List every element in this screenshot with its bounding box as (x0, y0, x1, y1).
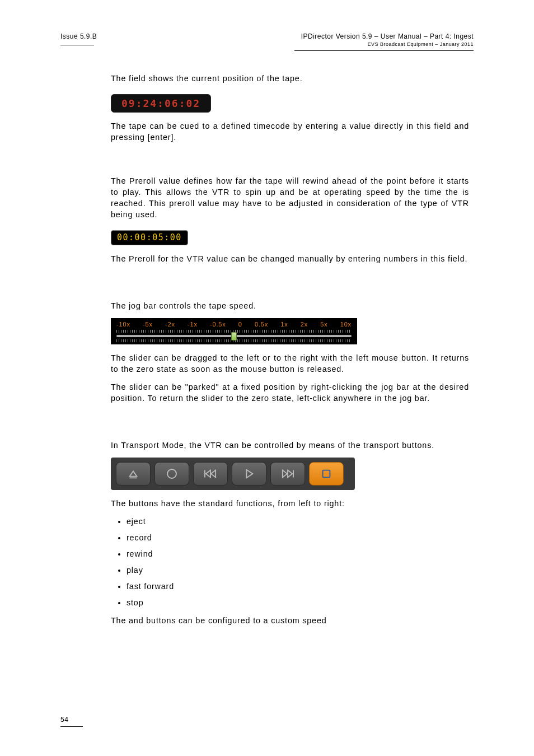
rewind-button[interactable] (193, 462, 228, 486)
jog-label: 1x (280, 320, 288, 329)
rewind-icon (203, 468, 218, 480)
play-icon (243, 468, 255, 480)
page-content: The field shows the current position of … (111, 73, 469, 633)
svg-rect-1 (323, 470, 330, 477)
list-item: record (127, 532, 469, 543)
list-item: eject (127, 516, 469, 527)
header-rule-right (294, 50, 474, 51)
preroll-para2: The Preroll for the VTR value can be cha… (111, 253, 469, 264)
jog-para2: The slider can be dragged to the left or… (111, 352, 469, 375)
eject-icon (127, 468, 139, 480)
text-fragment: The Preroll value defines how far the ta… (111, 176, 387, 185)
jog-label: 2x (301, 320, 308, 329)
goto-timecode-field[interactable]: 09:24:06:02 (111, 94, 211, 113)
fast-forward-icon (280, 468, 295, 480)
goto-para1: The field shows the current position of … (111, 73, 469, 84)
svg-point-0 (167, 469, 176, 478)
jog-label: 10x (340, 320, 352, 329)
page-header: Issue 5.9.B IPDirector Version 5.9 – Use… (60, 32, 474, 47)
jog-bar[interactable]: -10x -5x -2x -1x -0.5x 0 0.5x 1x 2x 5x 1… (111, 318, 357, 344)
list-item: play (127, 564, 469, 576)
jog-para1: The jog bar controls the tape speed. (111, 300, 469, 311)
goto-para2: The tape can be cued to a defined timeco… (111, 120, 469, 143)
transport-para3: The and buttons can be configured to a c… (111, 615, 469, 626)
text-fragment: and (129, 616, 146, 625)
header-rule-left (60, 45, 94, 45)
text-fragment: The (111, 616, 129, 625)
jog-label: -10x (116, 320, 130, 329)
text-fragment: field shows the current position of the … (129, 74, 302, 83)
preroll-timecode-field[interactable]: 00:00:05:00 (111, 230, 188, 245)
jog-label: 5x (320, 320, 327, 329)
jog-para3: The slider can be "parked" at a fixed po… (111, 381, 469, 404)
fast-forward-button[interactable] (270, 462, 305, 486)
play-button[interactable] (232, 462, 266, 486)
eject-button[interactable] (116, 462, 151, 486)
jog-track[interactable] (116, 335, 352, 337)
jog-label: 0 (238, 320, 242, 329)
list-item: rewind (127, 548, 469, 559)
header-title: IPDirector Version 5.9 – User Manual – P… (301, 32, 474, 40)
record-button[interactable] (154, 462, 189, 486)
jog-label: -5x (143, 320, 153, 329)
jog-handle[interactable] (231, 332, 237, 340)
list-item: fast forward (127, 581, 469, 592)
transport-para1: In Transport Mode, the VTR can be contro… (111, 440, 469, 451)
stop-button[interactable] (309, 462, 344, 486)
preroll-para1: The Preroll value defines how far the ta… (111, 175, 469, 220)
header-subtitle: EVS Broadcast Equipment – January 2011 (301, 41, 474, 47)
jog-label: -0.5x (210, 320, 226, 329)
transport-para2: The buttons have the standard functions,… (111, 498, 469, 509)
jog-label: -1x (188, 320, 198, 329)
page-number: 54 (60, 716, 68, 724)
jog-label: 0.5x (255, 320, 268, 329)
list-item: stop (127, 597, 469, 608)
text-fragment: The (111, 74, 129, 83)
stop-icon (320, 468, 332, 480)
record-icon (165, 467, 179, 480)
transport-function-list: eject record rewind play fast forward st… (111, 516, 469, 608)
goto-timecode-value: 09:24:06:02 (121, 97, 200, 109)
text-fragment: buttons can be configured to a custom sp… (146, 616, 326, 625)
transport-bar (111, 458, 355, 490)
jog-label: -2x (165, 320, 175, 329)
jog-labels: -10x -5x -2x -1x -0.5x 0 0.5x 1x 2x 5x 1… (115, 320, 353, 329)
page-number-rule (60, 726, 83, 727)
preroll-timecode-value: 00:00:05:00 (117, 232, 182, 242)
